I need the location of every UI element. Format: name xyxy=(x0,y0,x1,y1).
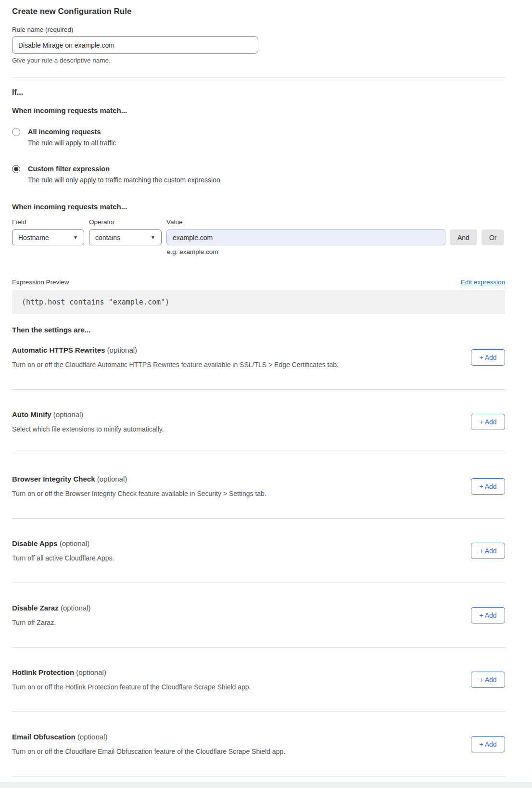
setting-title: Disable Apps (optional) xyxy=(12,539,114,548)
or-button[interactable]: Or xyxy=(481,229,505,245)
if-heading: If... xyxy=(12,88,505,97)
operator-label: Operator xyxy=(89,218,166,226)
settings-heading: Then the settings are... xyxy=(12,326,505,334)
expression-preview-label: Expression Preview xyxy=(12,279,69,286)
setting-row: Email Obfuscation (optional) Turn on or … xyxy=(12,712,505,776)
optional-suffix-text: (optional) xyxy=(76,668,106,676)
add-button[interactable]: + Add xyxy=(471,736,505,752)
add-button[interactable]: + Add xyxy=(471,478,505,495)
setting-row: Auto Minify (optional) Select which file… xyxy=(12,390,505,454)
radio-option-all-requests[interactable]: All incoming requests The rule will appl… xyxy=(12,127,505,147)
chevron-down-icon: ▼ xyxy=(151,235,155,240)
footer-strip xyxy=(0,782,532,788)
match-heading: When incoming requests match... xyxy=(12,106,505,114)
add-button[interactable]: + Add xyxy=(471,414,505,430)
setting-description: Turn on or off the Browser Integrity Che… xyxy=(12,489,266,498)
setting-description: Turn off all active Cloudflare Apps. xyxy=(12,554,114,562)
page-title: Create new Configuration Rule xyxy=(12,7,505,16)
rule-name-label: Rule name (required) xyxy=(12,26,505,33)
operator-select[interactable]: contains ▼ xyxy=(89,229,162,245)
setting-row: Browser Integrity Check (optional) Turn … xyxy=(12,454,505,519)
add-button[interactable]: + Add xyxy=(471,543,505,559)
setting-title-text: Disable Apps xyxy=(12,539,57,547)
setting-description: Select which file extensions to minify a… xyxy=(12,425,164,433)
optional-suffix-text: (optional) xyxy=(77,733,108,741)
create-configuration-rule-form: Create new Configuration Rule Rule name … xyxy=(0,0,532,788)
setting-title: Email Obfuscation (optional) xyxy=(12,732,285,741)
rule-name-helper: Give your rule a descriptive name. xyxy=(12,57,505,64)
field-select[interactable]: Hostname ▼ xyxy=(12,229,84,245)
and-button[interactable]: And xyxy=(450,229,477,245)
setting-title: Disable Zaraz (optional) xyxy=(12,603,90,612)
setting-description: Turn on or off the Cloudflare Automatic … xyxy=(12,360,339,369)
expression-builder-row: Field Hostname ▼ Operator contains ▼ Val… xyxy=(12,218,505,245)
setting-title-text: Email Obfuscation xyxy=(12,733,76,741)
setting-row: Hotlink Protection (optional) Turn on or… xyxy=(12,648,505,712)
value-label: Value xyxy=(166,218,445,226)
radio-label: Custom filter expression xyxy=(28,165,220,173)
value-input[interactable] xyxy=(166,229,445,245)
setting-description: Turn on or off the Cloudflare Email Obfu… xyxy=(12,747,285,756)
field-select-value: Hostname xyxy=(18,234,49,241)
add-button[interactable]: + Add xyxy=(471,349,505,366)
builder-heading: When incoming requests match... xyxy=(12,203,505,211)
value-helper: e.g. example.com xyxy=(167,248,505,255)
optional-suffix-text: (optional) xyxy=(60,539,90,547)
optional-suffix-text: (optional) xyxy=(107,346,138,354)
setting-title: Browser Integrity Check (optional) xyxy=(12,474,266,483)
setting-title-text: Hotlink Protection xyxy=(12,668,74,676)
setting-description: Turn off Zaraz. xyxy=(12,618,90,627)
add-button[interactable]: + Add xyxy=(471,672,505,688)
setting-title: Auto Minify (optional) xyxy=(12,410,164,419)
add-button[interactable]: + Add xyxy=(471,607,505,623)
radio-description: The rule will apply to all traffic xyxy=(28,139,116,147)
setting-title-text: Auto Minify xyxy=(12,410,51,419)
expression-preview-box: (http.host contains "example.com") xyxy=(12,290,505,314)
setting-title: Hotlink Protection (optional) xyxy=(12,668,251,677)
setting-title-text: Disable Zaraz xyxy=(12,604,59,612)
setting-row: Disable Zaraz (optional) Turn off Zaraz.… xyxy=(12,583,505,648)
edit-expression-link[interactable]: Edit expression xyxy=(461,279,505,286)
optional-suffix-text: (optional) xyxy=(61,604,91,612)
section-divider xyxy=(12,77,505,77)
radio-icon[interactable] xyxy=(12,165,20,173)
setting-title-text: Automatic HTTPS Rewrites xyxy=(12,346,105,354)
setting-description: Turn on or off the Hotlink Protection fe… xyxy=(12,683,251,691)
operator-select-value: contains xyxy=(95,234,120,241)
setting-title-text: Browser Integrity Check xyxy=(12,475,95,483)
optional-suffix-text: (optional) xyxy=(97,475,127,483)
settings-list: Automatic HTTPS Rewrites (optional) Turn… xyxy=(12,334,505,776)
chevron-down-icon: ▼ xyxy=(73,235,78,240)
radio-icon[interactable] xyxy=(12,128,20,136)
setting-row: Disable Apps (optional) Turn off all act… xyxy=(12,519,505,583)
radio-option-custom-expression[interactable]: Custom filter expression The rule will o… xyxy=(12,165,505,184)
radio-description: The rule will only apply to traffic matc… xyxy=(28,176,220,184)
field-label: Field xyxy=(12,218,89,226)
rule-name-input[interactable] xyxy=(12,36,258,54)
expression-preview-text: (http.host contains "example.com") xyxy=(22,298,169,306)
radio-label: All incoming requests xyxy=(28,127,116,136)
setting-row: Automatic HTTPS Rewrites (optional) Turn… xyxy=(12,334,505,390)
setting-title: Automatic HTTPS Rewrites (optional) xyxy=(12,345,339,355)
optional-suffix-text: (optional) xyxy=(53,410,84,419)
